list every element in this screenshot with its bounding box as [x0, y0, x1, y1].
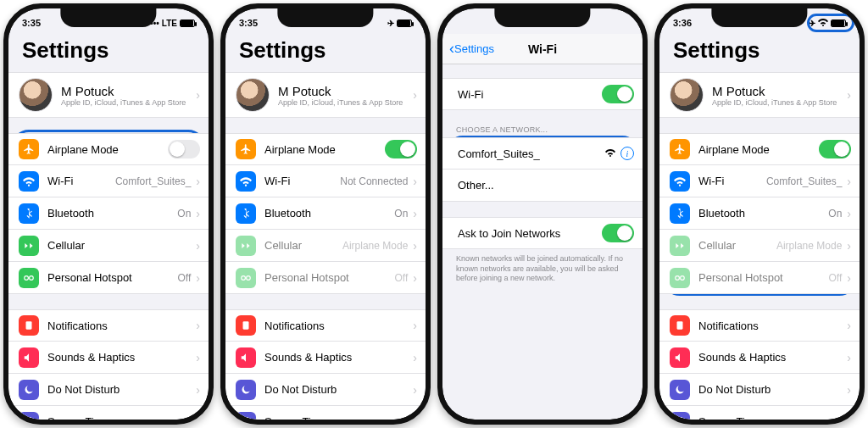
bt-label: Bluetooth	[47, 207, 94, 220]
dnd-label: Do Not Disturb	[698, 383, 771, 396]
dnd-row[interactable]: Do Not Disturb›	[8, 374, 209, 406]
ask-footnote: Known networks will be joined automatica…	[442, 249, 643, 289]
chevron-icon: ›	[196, 207, 200, 220]
svg-rect-2	[26, 321, 32, 329]
notifications-row[interactable]: Notifications›	[8, 309, 209, 342]
sounds-row[interactable]: Sounds & Haptics›	[659, 342, 860, 374]
hotspot-row[interactable]: Personal HotspotOff›	[659, 262, 860, 294]
chevron-icon: ›	[847, 88, 851, 102]
sounds-row[interactable]: Sounds & Haptics›	[8, 342, 209, 374]
sounds-icon	[670, 347, 690, 368]
screentime-label: Screen Time	[698, 415, 760, 420]
chevron-icon: ›	[413, 175, 417, 188]
notifications-icon	[19, 315, 39, 336]
moon-icon	[670, 380, 690, 400]
airplane-mode-row[interactable]: Airplane Mode	[8, 133, 209, 165]
phone-2: 3:35 ✈︎ Settings M PotuckApple ID, iClou…	[220, 3, 431, 425]
wifi-icon	[670, 171, 690, 192]
network-row[interactable]: Comfort_Suites_ i	[442, 137, 643, 170]
wifi-value: Comfort_Suites_	[115, 175, 192, 187]
hotspot-row[interactable]: Personal Hotspot Off ›	[8, 262, 209, 294]
moon-icon	[19, 380, 39, 400]
page-title: Settings	[659, 34, 860, 72]
bt-value: On	[828, 208, 843, 220]
chevron-icon: ›	[413, 88, 417, 102]
chevron-icon: ›	[196, 383, 200, 397]
info-icon[interactable]: i	[620, 147, 634, 160]
profile-row[interactable]: M Potuck Apple ID, iCloud, iTunes & App …	[8, 72, 209, 118]
profile-sub: Apple ID, iCloud, iTunes & App Store	[61, 98, 186, 107]
screentime-row[interactable]: Screen Time›	[8, 406, 209, 420]
airplane-icon	[236, 139, 256, 159]
svg-point-1	[30, 275, 34, 280]
notifications-row[interactable]: Notifications›	[225, 309, 426, 342]
network-name: Comfort_Suites_	[458, 147, 540, 160]
phone-3: ‹Settings Wi-Fi Wi-Fi Choose a Network..…	[437, 3, 648, 425]
dnd-label: Do Not Disturb	[47, 383, 120, 396]
wifi-row[interactable]: Wi-FiComfort_Suites_›	[659, 165, 860, 197]
hotspot-row[interactable]: Personal HotspotOff›	[225, 262, 426, 294]
airplane-label: Airplane Mode	[47, 143, 119, 156]
screentime-row[interactable]: Screen Time›	[659, 406, 860, 420]
bluetooth-row[interactable]: BluetoothOn›	[659, 197, 860, 230]
chevron-icon: ›	[413, 415, 417, 420]
wifi-toggle-row[interactable]: Wi-Fi	[442, 78, 643, 110]
chevron-icon: ›	[847, 175, 851, 188]
clock: 3:35	[239, 18, 258, 28]
cellular-row[interactable]: CellularAirplane Mode›	[659, 230, 860, 262]
wifi-label: Wi-Fi	[698, 175, 724, 187]
notif-label: Notifications	[698, 320, 759, 332]
chevron-icon: ›	[196, 239, 200, 253]
profile-row[interactable]: M PotuckApple ID, iCloud, iTunes & App S…	[225, 72, 426, 118]
sounds-row[interactable]: Sounds & Haptics›	[225, 342, 426, 374]
airplane-toggle[interactable]	[168, 140, 200, 158]
ask-toggle[interactable]	[602, 224, 634, 242]
airplane-toggle[interactable]	[819, 140, 851, 158]
chevron-icon: ›	[847, 351, 851, 364]
notifications-row[interactable]: Notifications›	[659, 309, 860, 342]
airplane-mode-row[interactable]: Airplane Mode	[659, 133, 860, 165]
sounds-icon	[19, 347, 39, 368]
clock: 3:36	[673, 18, 692, 28]
wifi-value: Not Connected	[340, 175, 409, 187]
avatar	[670, 78, 704, 112]
bluetooth-row[interactable]: Bluetooth On ›	[8, 197, 209, 230]
cellular-label: Cellular	[47, 239, 85, 252]
bluetooth-row[interactable]: BluetoothOn›	[225, 197, 426, 230]
screentime-row[interactable]: Screen Time›	[225, 406, 426, 420]
sounds-icon	[236, 347, 256, 368]
dnd-row[interactable]: Do Not Disturb›	[659, 374, 860, 406]
dnd-row[interactable]: Do Not Disturb›	[225, 374, 426, 406]
wifi-toggle[interactable]	[602, 85, 634, 103]
wifi-value: Comfort_Suites_	[766, 175, 843, 187]
cellular-value: Airplane Mode	[776, 240, 843, 252]
airplane-mode-row[interactable]: Airplane Mode	[225, 133, 426, 165]
airplane-toggle[interactable]	[385, 140, 417, 158]
profile-row[interactable]: M PotuckApple ID, iCloud, iTunes & App S…	[659, 72, 860, 118]
cellular-icon	[670, 236, 690, 256]
cellular-row[interactable]: Cellular ›	[8, 230, 209, 262]
hourglass-icon	[236, 412, 256, 420]
wifi-row[interactable]: Wi-FiNot Connected›	[225, 165, 426, 197]
cellular-icon	[19, 236, 39, 256]
bt-label: Bluetooth	[264, 207, 311, 220]
nav-bar: ‹Settings Wi-Fi	[442, 34, 643, 64]
bt-value: On	[394, 208, 409, 220]
notifications-icon	[236, 315, 256, 336]
hotspot-icon	[19, 268, 39, 288]
back-button[interactable]: ‹Settings	[449, 40, 494, 58]
hourglass-icon	[670, 412, 690, 420]
clock: 3:35	[22, 18, 41, 28]
svg-rect-10	[677, 321, 683, 329]
hotspot-label: Personal Hotspot	[698, 271, 783, 284]
hotspot-icon	[670, 268, 690, 288]
hourglass-icon	[19, 412, 39, 420]
sounds-label: Sounds & Haptics	[47, 351, 135, 364]
wifi-signal-icon	[605, 146, 615, 161]
other-network-row[interactable]: Other...	[442, 170, 643, 202]
profile-name: M Potuck	[61, 84, 186, 98]
wifi-row[interactable]: Wi-Fi Comfort_Suites_ ›	[8, 165, 209, 197]
cellular-row[interactable]: CellularAirplane Mode›	[225, 230, 426, 262]
cellular-label: Cellular	[698, 239, 736, 252]
ask-join-row[interactable]: Ask to Join Networks	[442, 217, 643, 249]
